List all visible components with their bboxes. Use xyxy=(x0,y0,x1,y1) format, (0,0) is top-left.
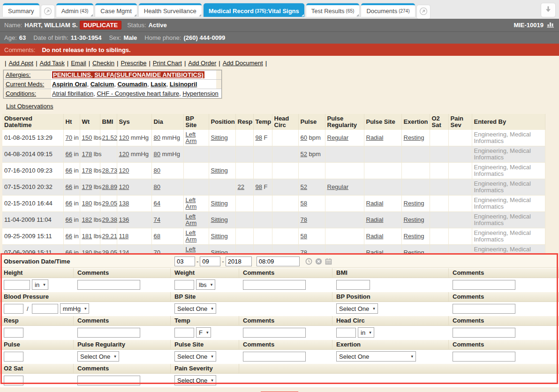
clear-date-icon[interactable] xyxy=(315,258,322,265)
value-link[interactable]: 28.89 xyxy=(102,183,118,190)
comments-input[interactable] xyxy=(453,304,515,314)
value-link[interactable]: 180 xyxy=(82,200,92,207)
height-select[interactable]: in▾ xyxy=(32,279,48,290)
value-link[interactable]: Sitting xyxy=(211,134,228,141)
tab-case-mgmt[interactable]: Case Mgmt xyxy=(95,3,136,17)
value-link[interactable]: 120 xyxy=(119,183,129,190)
value-link[interactable]: 182 xyxy=(82,216,92,223)
value-link[interactable]: 80 xyxy=(154,134,160,141)
value-link[interactable]: 29.05 xyxy=(102,249,118,254)
value-link[interactable]: 180 xyxy=(82,249,92,254)
value-link[interactable]: 29.38 xyxy=(102,216,118,223)
value-link[interactable]: 29.05 xyxy=(102,200,118,207)
resp-input[interactable] xyxy=(4,328,23,338)
pain-severity-select[interactable]: Select One▾ xyxy=(174,375,216,385)
tab-documents[interactable]: Documents(274) xyxy=(361,3,415,17)
comments-input[interactable] xyxy=(453,280,515,290)
value-link[interactable]: 178 xyxy=(82,151,92,158)
value-link[interactable]: 80 xyxy=(154,167,160,174)
value-link[interactable]: Left Arm xyxy=(186,229,197,243)
blood-pressure-input[interactable] xyxy=(32,304,58,314)
obs-date-day-input[interactable] xyxy=(200,256,220,266)
comments-input[interactable] xyxy=(243,280,306,290)
value-link[interactable]: Sitting xyxy=(211,216,228,223)
o2-sat-input[interactable] xyxy=(4,376,23,385)
tab-test-results[interactable]: Test Results(65) xyxy=(306,3,360,17)
comments-input[interactable] xyxy=(453,352,515,362)
value-link[interactable]: 66 xyxy=(66,249,72,254)
action-link-add-appt[interactable]: Add Appt xyxy=(8,60,33,67)
obs-date-month-input[interactable] xyxy=(174,256,195,266)
summary-item-lisinopril[interactable]: Lisinopril xyxy=(170,81,197,88)
allergies-label-link[interactable]: Allergies: xyxy=(6,71,30,78)
action-link-email[interactable]: Email xyxy=(71,60,86,67)
value-link[interactable]: 58 xyxy=(301,200,307,207)
value-link[interactable]: 58 xyxy=(301,233,307,240)
temp-input[interactable] xyxy=(174,328,194,338)
list-observations-link[interactable]: List Observations xyxy=(6,103,53,110)
value-link[interactable]: Left Arm xyxy=(186,196,197,210)
exertion-select[interactable]: Select One▾ xyxy=(336,351,416,362)
value-link[interactable]: Radial xyxy=(366,249,384,254)
height-input[interactable] xyxy=(4,280,30,290)
summary-item-hypertension[interactable]: Hypertension xyxy=(182,90,219,97)
clock-icon[interactable] xyxy=(305,258,312,265)
value-link[interactable]: 138 xyxy=(119,200,129,207)
value-link[interactable]: 66 xyxy=(66,167,72,174)
pulse-site-select[interactable]: Select One▾ xyxy=(174,351,216,362)
obs-date-year-input[interactable] xyxy=(226,256,252,266)
pulse-input[interactable] xyxy=(4,352,23,362)
value-link[interactable]: 70 xyxy=(66,134,72,141)
summary-item-chf-congestive-heart-failure[interactable]: CHF - Congestive heart failure xyxy=(97,90,179,97)
value-link[interactable]: 136 xyxy=(119,216,129,223)
value-link[interactable]: Regular xyxy=(327,183,349,190)
value-link[interactable]: Resting xyxy=(404,200,424,207)
comments-input[interactable] xyxy=(453,328,515,338)
summary-item-lasix[interactable]: Lasix xyxy=(151,81,166,88)
action-link-add-document[interactable]: Add Document xyxy=(223,60,263,67)
value-link[interactable]: Left Arm xyxy=(186,213,197,226)
value-link[interactable]: Sitting xyxy=(211,249,228,254)
value-link[interactable]: 52 xyxy=(301,151,307,158)
value-link[interactable]: Radial xyxy=(366,233,384,240)
value-link[interactable]: 66 xyxy=(66,151,72,158)
value-link[interactable]: Left Arm xyxy=(186,131,197,144)
action-link-prescribe[interactable]: Prescribe xyxy=(121,60,146,67)
comments-input[interactable] xyxy=(77,328,140,338)
summary-item-atrial-fibrillation[interactable]: Atrial fibrillation xyxy=(52,90,93,97)
value-link[interactable]: 52 xyxy=(301,183,307,190)
value-link[interactable]: 28.73 xyxy=(102,167,118,174)
value-link[interactable]: 74 xyxy=(154,216,160,223)
value-link[interactable]: 120 xyxy=(119,151,129,158)
comments-input[interactable] xyxy=(77,376,140,385)
tab-summary[interactable]: Summary xyxy=(3,3,39,17)
value-link[interactable]: 181 xyxy=(82,233,92,240)
collapse-header-button[interactable] xyxy=(541,3,555,17)
tab-admin[interactable]: Admin(43) xyxy=(56,3,94,17)
value-link[interactable]: 21.52 xyxy=(102,134,118,141)
value-link[interactable]: 178 xyxy=(82,167,92,174)
tab-medical-record-vital-signs[interactable]: Medical Record(375):Vital Signs xyxy=(204,3,304,17)
bp-site-select[interactable]: Select One▾ xyxy=(174,303,216,314)
summary-item-penicillins[interactable]: PENICILLINS xyxy=(53,71,91,78)
value-link[interactable]: 70 xyxy=(154,249,160,254)
value-link[interactable]: 78 xyxy=(301,249,307,254)
action-link-print-chart[interactable]: Print Chart xyxy=(153,60,182,67)
value-link[interactable]: 98 xyxy=(256,183,262,190)
comments-input[interactable] xyxy=(77,280,140,290)
value-link[interactable]: Resting xyxy=(404,233,424,240)
value-link[interactable]: Resting xyxy=(404,134,424,141)
value-link[interactable]: Resting xyxy=(404,249,424,254)
value-link[interactable]: Sitting xyxy=(211,200,228,207)
conditions-label-link[interactable]: Conditions: xyxy=(6,90,36,97)
value-link[interactable]: 66 xyxy=(66,216,72,223)
value-link[interactable]: 78 xyxy=(301,216,307,223)
pulse-regularity-select[interactable]: Select One▾ xyxy=(77,351,119,362)
value-link[interactable]: 150 xyxy=(82,134,92,141)
temp-select[interactable]: F▾ xyxy=(196,327,211,338)
value-link[interactable]: Radial xyxy=(366,134,384,141)
value-link[interactable]: 64 xyxy=(154,200,160,207)
value-link[interactable]: 98 xyxy=(256,134,262,141)
value-link[interactable]: 66 xyxy=(66,200,72,207)
bmi-input[interactable] xyxy=(336,280,370,290)
